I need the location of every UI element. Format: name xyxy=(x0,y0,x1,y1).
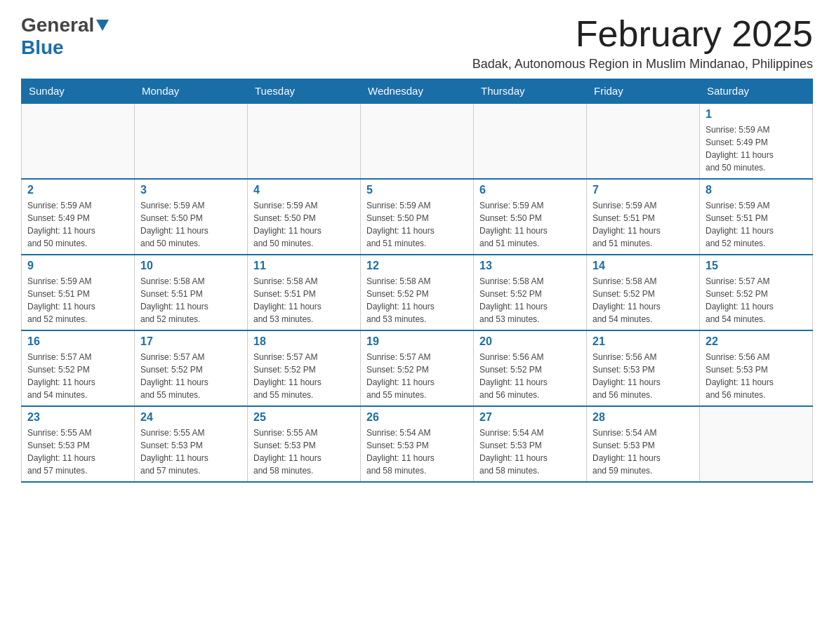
table-row: 21Sunrise: 5:56 AM Sunset: 5:53 PM Dayli… xyxy=(587,330,700,406)
day-info: Sunrise: 5:59 AM Sunset: 5:50 PM Dayligh… xyxy=(140,199,241,250)
table-row: 27Sunrise: 5:54 AM Sunset: 5:53 PM Dayli… xyxy=(474,406,587,482)
day-info: Sunrise: 5:55 AM Sunset: 5:53 PM Dayligh… xyxy=(140,427,241,477)
day-info: Sunrise: 5:57 AM Sunset: 5:52 PM Dayligh… xyxy=(27,351,128,401)
day-number: 2 xyxy=(27,184,128,196)
page-header: General Blue February 2025 Badak, Autono… xyxy=(21,14,813,72)
table-row xyxy=(587,103,700,179)
subtitle: Badak, Autonomous Region in Muslim Minda… xyxy=(472,57,813,72)
day-number: 27 xyxy=(479,411,581,424)
day-info: Sunrise: 5:59 AM Sunset: 5:49 PM Dayligh… xyxy=(706,123,807,174)
month-title: February 2025 xyxy=(472,14,813,54)
table-row: 8Sunrise: 5:59 AM Sunset: 5:51 PM Daylig… xyxy=(700,179,813,255)
table-row: 20Sunrise: 5:56 AM Sunset: 5:52 PM Dayli… xyxy=(474,330,587,406)
day-info: Sunrise: 5:58 AM Sunset: 5:51 PM Dayligh… xyxy=(140,275,241,326)
table-row: 26Sunrise: 5:54 AM Sunset: 5:53 PM Dayli… xyxy=(361,406,474,482)
day-info: Sunrise: 5:59 AM Sunset: 5:51 PM Dayligh… xyxy=(706,199,807,250)
table-row: 28Sunrise: 5:54 AM Sunset: 5:53 PM Dayli… xyxy=(587,406,700,482)
logo: General Blue xyxy=(21,14,109,59)
header-friday: Friday xyxy=(587,79,700,104)
day-number: 17 xyxy=(140,335,241,348)
table-row: 24Sunrise: 5:55 AM Sunset: 5:53 PM Dayli… xyxy=(135,406,248,482)
table-row: 3Sunrise: 5:59 AM Sunset: 5:50 PM Daylig… xyxy=(135,179,248,255)
table-row: 5Sunrise: 5:59 AM Sunset: 5:50 PM Daylig… xyxy=(361,179,474,255)
calendar-week-row: 1Sunrise: 5:59 AM Sunset: 5:49 PM Daylig… xyxy=(22,103,813,179)
day-info: Sunrise: 5:57 AM Sunset: 5:52 PM Dayligh… xyxy=(706,275,807,326)
table-row xyxy=(22,103,135,179)
day-number: 6 xyxy=(479,184,581,196)
day-number: 23 xyxy=(27,411,128,424)
table-row: 16Sunrise: 5:57 AM Sunset: 5:52 PM Dayli… xyxy=(22,330,135,406)
day-info: Sunrise: 5:55 AM Sunset: 5:53 PM Dayligh… xyxy=(27,427,128,477)
table-row: 10Sunrise: 5:58 AM Sunset: 5:51 PM Dayli… xyxy=(135,255,248,330)
header-monday: Monday xyxy=(135,79,248,104)
day-number: 1 xyxy=(706,108,807,121)
day-number: 14 xyxy=(593,260,694,272)
table-row: 13Sunrise: 5:58 AM Sunset: 5:52 PM Dayli… xyxy=(474,255,587,330)
svg-marker-0 xyxy=(96,20,109,31)
table-row: 19Sunrise: 5:57 AM Sunset: 5:52 PM Dayli… xyxy=(361,330,474,406)
day-info: Sunrise: 5:57 AM Sunset: 5:52 PM Dayligh… xyxy=(253,351,355,401)
table-row: 4Sunrise: 5:59 AM Sunset: 5:50 PM Daylig… xyxy=(248,179,361,255)
header-sunday: Sunday xyxy=(22,79,135,104)
calendar-week-row: 23Sunrise: 5:55 AM Sunset: 5:53 PM Dayli… xyxy=(22,406,813,482)
logo-triangle-icon xyxy=(96,20,109,34)
table-row: 22Sunrise: 5:56 AM Sunset: 5:53 PM Dayli… xyxy=(700,330,813,406)
day-number: 18 xyxy=(253,335,355,348)
day-number: 11 xyxy=(253,260,355,272)
header-saturday: Saturday xyxy=(700,79,813,104)
day-number: 4 xyxy=(253,184,355,196)
calendar-week-row: 16Sunrise: 5:57 AM Sunset: 5:52 PM Dayli… xyxy=(22,330,813,406)
header-wednesday: Wednesday xyxy=(361,79,474,104)
table-row xyxy=(135,103,248,179)
day-info: Sunrise: 5:56 AM Sunset: 5:53 PM Dayligh… xyxy=(706,351,807,401)
day-info: Sunrise: 5:55 AM Sunset: 5:53 PM Dayligh… xyxy=(253,427,355,477)
day-number: 10 xyxy=(140,260,241,272)
day-number: 8 xyxy=(706,184,807,196)
day-info: Sunrise: 5:57 AM Sunset: 5:52 PM Dayligh… xyxy=(140,351,241,401)
day-number: 13 xyxy=(479,260,581,272)
day-number: 16 xyxy=(27,335,128,348)
day-number: 15 xyxy=(706,260,807,272)
day-number: 5 xyxy=(366,184,468,196)
table-row xyxy=(474,103,587,179)
day-info: Sunrise: 5:59 AM Sunset: 5:50 PM Dayligh… xyxy=(479,199,581,250)
table-row: 23Sunrise: 5:55 AM Sunset: 5:53 PM Dayli… xyxy=(22,406,135,482)
day-info: Sunrise: 5:56 AM Sunset: 5:53 PM Dayligh… xyxy=(593,351,694,401)
table-row: 1Sunrise: 5:59 AM Sunset: 5:49 PM Daylig… xyxy=(700,103,813,179)
calendar-week-row: 2Sunrise: 5:59 AM Sunset: 5:49 PM Daylig… xyxy=(22,179,813,255)
table-row: 12Sunrise: 5:58 AM Sunset: 5:52 PM Dayli… xyxy=(361,255,474,330)
table-row: 25Sunrise: 5:55 AM Sunset: 5:53 PM Dayli… xyxy=(248,406,361,482)
day-info: Sunrise: 5:56 AM Sunset: 5:52 PM Dayligh… xyxy=(479,351,581,401)
day-number: 19 xyxy=(366,335,468,348)
day-info: Sunrise: 5:58 AM Sunset: 5:52 PM Dayligh… xyxy=(479,275,581,326)
header-tuesday: Tuesday xyxy=(248,79,361,104)
day-info: Sunrise: 5:59 AM Sunset: 5:50 PM Dayligh… xyxy=(366,199,468,250)
header-thursday: Thursday xyxy=(474,79,587,104)
day-number: 25 xyxy=(253,411,355,424)
calendar-table: Sunday Monday Tuesday Wednesday Thursday… xyxy=(21,79,813,483)
table-row: 7Sunrise: 5:59 AM Sunset: 5:51 PM Daylig… xyxy=(587,179,700,255)
day-number: 28 xyxy=(593,411,694,424)
logo-general-text: General xyxy=(21,14,94,36)
day-number: 21 xyxy=(593,335,694,348)
day-number: 22 xyxy=(706,335,807,348)
day-number: 26 xyxy=(366,411,468,424)
table-row: 15Sunrise: 5:57 AM Sunset: 5:52 PM Dayli… xyxy=(700,255,813,330)
day-number: 9 xyxy=(27,260,128,272)
title-block: February 2025 Badak, Autonomous Region i… xyxy=(472,14,813,72)
day-info: Sunrise: 5:58 AM Sunset: 5:52 PM Dayligh… xyxy=(593,275,694,326)
day-number: 12 xyxy=(366,260,468,272)
day-info: Sunrise: 5:57 AM Sunset: 5:52 PM Dayligh… xyxy=(366,351,468,401)
day-info: Sunrise: 5:59 AM Sunset: 5:50 PM Dayligh… xyxy=(253,199,355,250)
day-info: Sunrise: 5:58 AM Sunset: 5:52 PM Dayligh… xyxy=(366,275,468,326)
day-info: Sunrise: 5:58 AM Sunset: 5:51 PM Dayligh… xyxy=(253,275,355,326)
calendar-week-row: 9Sunrise: 5:59 AM Sunset: 5:51 PM Daylig… xyxy=(22,255,813,330)
table-row xyxy=(700,406,813,482)
weekday-header-row: Sunday Monday Tuesday Wednesday Thursday… xyxy=(22,79,813,104)
day-number: 20 xyxy=(479,335,581,348)
day-number: 3 xyxy=(140,184,241,196)
day-info: Sunrise: 5:59 AM Sunset: 5:51 PM Dayligh… xyxy=(27,275,128,326)
day-info: Sunrise: 5:54 AM Sunset: 5:53 PM Dayligh… xyxy=(479,427,581,477)
table-row: 11Sunrise: 5:58 AM Sunset: 5:51 PM Dayli… xyxy=(248,255,361,330)
table-row: 2Sunrise: 5:59 AM Sunset: 5:49 PM Daylig… xyxy=(22,179,135,255)
